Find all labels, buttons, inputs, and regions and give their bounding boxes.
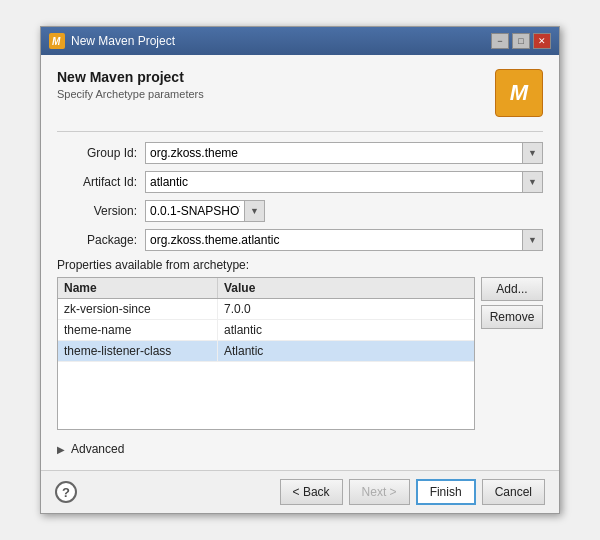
finish-button[interactable]: Finish bbox=[416, 479, 476, 505]
properties-section: Properties available from archetype: Nam… bbox=[57, 258, 543, 430]
minimize-button[interactable]: − bbox=[491, 33, 509, 49]
window-icon: M bbox=[49, 33, 65, 49]
advanced-label: Advanced bbox=[71, 442, 124, 456]
row3-value: Atlantic bbox=[218, 341, 474, 361]
artifact-id-input[interactable] bbox=[145, 171, 523, 193]
help-button[interactable]: ? bbox=[55, 481, 77, 503]
maximize-button[interactable]: □ bbox=[512, 33, 530, 49]
group-id-input[interactable] bbox=[145, 142, 523, 164]
dialog-title: New Maven project bbox=[57, 69, 204, 85]
properties-table: Name Value zk-version-since 7.0.0 theme-… bbox=[57, 277, 475, 430]
footer-left: ? bbox=[55, 481, 77, 503]
package-dropdown[interactable]: ▼ bbox=[523, 229, 543, 251]
cancel-button[interactable]: Cancel bbox=[482, 479, 545, 505]
package-label: Package: bbox=[57, 233, 137, 247]
footer: ? < Back Next > Finish Cancel bbox=[41, 470, 559, 513]
header-section: New Maven project Specify Archetype para… bbox=[57, 69, 543, 117]
table-header: Name Value bbox=[58, 278, 474, 299]
artifact-id-row: Artifact Id: ▼ bbox=[57, 171, 543, 193]
table-row[interactable]: theme-listener-class Atlantic bbox=[58, 341, 474, 362]
artifact-id-input-wrap: ▼ bbox=[145, 171, 543, 193]
properties-label: Properties available from archetype: bbox=[57, 258, 543, 272]
table-row[interactable]: zk-version-since 7.0.0 bbox=[58, 299, 474, 320]
title-bar: M New Maven Project − □ ✕ bbox=[41, 27, 559, 55]
group-id-row: Group Id: ▼ bbox=[57, 142, 543, 164]
package-input[interactable] bbox=[145, 229, 523, 251]
add-button[interactable]: Add... bbox=[481, 277, 543, 301]
svg-text:M: M bbox=[52, 36, 61, 47]
window-title: New Maven Project bbox=[71, 34, 175, 48]
table-section: Name Value zk-version-since 7.0.0 theme-… bbox=[57, 277, 543, 430]
col-name-header: Name bbox=[58, 278, 218, 298]
artifact-id-label: Artifact Id: bbox=[57, 175, 137, 189]
remove-button[interactable]: Remove bbox=[481, 305, 543, 329]
row3-name: theme-listener-class bbox=[58, 341, 218, 361]
group-id-label: Group Id: bbox=[57, 146, 137, 160]
col-value-header: Value bbox=[218, 278, 474, 298]
row1-value: 7.0.0 bbox=[218, 299, 474, 319]
package-input-wrap: ▼ bbox=[145, 229, 543, 251]
version-input[interactable] bbox=[145, 200, 245, 222]
group-id-dropdown[interactable]: ▼ bbox=[523, 142, 543, 164]
header-divider bbox=[57, 131, 543, 132]
advanced-arrow-icon: ▶ bbox=[57, 444, 65, 455]
dialog-subtitle: Specify Archetype parameters bbox=[57, 88, 204, 100]
group-id-input-wrap: ▼ bbox=[145, 142, 543, 164]
dialog-content: New Maven project Specify Archetype para… bbox=[41, 55, 559, 470]
package-row: Package: ▼ bbox=[57, 229, 543, 251]
title-bar-buttons: − □ ✕ bbox=[491, 33, 551, 49]
advanced-section[interactable]: ▶ Advanced bbox=[57, 438, 543, 460]
version-dropdown[interactable]: ▼ bbox=[245, 200, 265, 222]
table-buttons: Add... Remove bbox=[481, 277, 543, 430]
row2-value: atlantic bbox=[218, 320, 474, 340]
row1-name: zk-version-since bbox=[58, 299, 218, 319]
close-button[interactable]: ✕ bbox=[533, 33, 551, 49]
main-window: M New Maven Project − □ ✕ New Maven proj… bbox=[40, 26, 560, 514]
header-text: New Maven project Specify Archetype para… bbox=[57, 69, 204, 100]
next-button[interactable]: Next > bbox=[349, 479, 410, 505]
footer-right: < Back Next > Finish Cancel bbox=[280, 479, 545, 505]
table-body[interactable]: zk-version-since 7.0.0 theme-name atlant… bbox=[58, 299, 474, 429]
version-input-wrap: ▼ bbox=[145, 200, 265, 222]
title-bar-left: M New Maven Project bbox=[49, 33, 175, 49]
row2-name: theme-name bbox=[58, 320, 218, 340]
maven-icon: M bbox=[495, 69, 543, 117]
artifact-id-dropdown[interactable]: ▼ bbox=[523, 171, 543, 193]
back-button[interactable]: < Back bbox=[280, 479, 343, 505]
table-row[interactable]: theme-name atlantic bbox=[58, 320, 474, 341]
version-row: Version: ▼ bbox=[57, 200, 543, 222]
version-label: Version: bbox=[57, 204, 137, 218]
